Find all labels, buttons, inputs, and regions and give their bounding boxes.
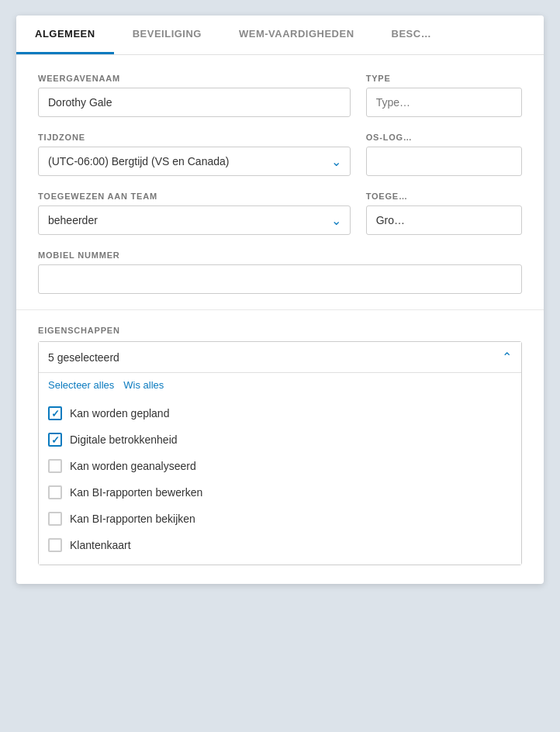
section-divider [16,309,544,310]
label-mobiel: MOBIEL NUMMER [38,250,522,260]
row-tijdzone: TIJDZONE (UTC-06:00) Bergtijd (VS en Can… [38,133,522,176]
checkbox-label: Digitale betrokkenheid [70,433,178,446]
tab-beschrijving[interactable]: BESC… [373,16,451,54]
dropdown-body: Selecteer alles Wis alles Kan worden gep… [39,372,521,565]
checkbox-kan-gepland[interactable] [48,406,62,420]
input-type[interactable] [366,88,522,117]
label-toegev: TOEGE… [366,192,522,201]
checkbox-label: Kan BI-rapporten bekijken [70,513,195,525]
label-tijdzone: TIJDZONE [38,133,351,142]
input-toegev[interactable] [366,205,522,235]
label-weergavenaam: WEERGAVENAAM [38,74,351,83]
checkbox-label: Kan worden gepland [70,407,169,420]
tab-wem-vaardigheden[interactable]: WEM-VAARDIGHEDEN [220,16,373,54]
list-item[interactable]: Kan BI-rapporten bewerken [39,479,521,506]
selected-count: 5 geselecteerd [48,351,119,364]
select-wrapper-tijdzone: (UTC-06:00) Bergtijd (VS en Canada) ⌄ [38,147,351,176]
checkbox-bi-bekijken[interactable] [48,512,62,526]
list-item[interactable]: Klantenkaart [39,532,521,558]
label-team: TOEGEWEZEN AAN TEAM [38,192,351,201]
checkbox-label: Klantenkaart [70,539,131,551]
dropdown-actions: Selecteer alles Wis alles [39,373,521,397]
checkbox-label: Kan worden geanalyseerd [70,460,196,472]
group-mobiel: MOBIEL NUMMER [38,250,522,294]
row-mobiel: MOBIEL NUMMER [38,250,522,294]
form-content: WEERGAVENAAM TYPE TIJDZONE (UTC-06:00) B… [16,55,544,584]
row-team: TOEGEWEZEN AAN TEAM beheerder ⌄ TOEGE… [38,192,522,235]
group-tijdzone: TIJDZONE (UTC-06:00) Bergtijd (VS en Can… [38,133,351,176]
tab-bar: ALGEMEEN BEVEILIGING WEM-VAARDIGHEDEN BE… [16,16,544,55]
label-oslogin: OS-LOG… [366,133,522,142]
label-eigenschappen: EIGENSCHAPPEN [38,326,522,335]
group-team: TOEGEWEZEN AAN TEAM beheerder ⌄ [38,192,351,235]
group-weergavenaam: WEERGAVENAAM [38,74,351,117]
checkbox-digitale[interactable] [48,433,62,447]
tab-beveiliging[interactable]: BEVEILIGING [114,16,220,54]
checkbox-label: Kan BI-rapporten bewerken [70,486,202,499]
dropdown-header[interactable]: 5 geselecteerd ⌃ [39,342,521,372]
row-weergavenaam: WEERGAVENAAM TYPE [38,74,522,117]
eigenschappen-dropdown: 5 geselecteerd ⌃ Selecteer alles Wis all… [38,341,522,565]
checkbox-bi-bewerken[interactable] [48,485,62,499]
list-item[interactable]: Kan worden gepland [39,400,521,426]
input-oslogin[interactable] [366,147,522,176]
chevron-up-icon: ⌃ [502,350,512,364]
group-type: TYPE [366,74,522,117]
select-all-link[interactable]: Selecteer alles [48,379,114,391]
select-team[interactable]: beheerder [38,205,351,235]
tab-algemeen[interactable]: ALGEMEEN [16,16,114,54]
list-item[interactable]: Kan worden geanalyseerd [39,453,521,479]
group-toegev: TOEGE… [366,192,522,235]
checkbox-geanalyseerd[interactable] [48,459,62,473]
group-oslogin: OS-LOG… [366,133,522,176]
list-item[interactable]: Digitale betrokkenheid [39,426,521,453]
clear-all-link[interactable]: Wis alles [123,379,164,391]
main-card: ALGEMEEN BEVEILIGING WEM-VAARDIGHEDEN BE… [16,16,544,584]
input-mobiel[interactable] [38,264,522,294]
checkbox-klantenkaart[interactable] [48,538,62,552]
label-type: TYPE [366,74,522,83]
input-weergavenaam[interactable] [38,88,351,117]
checkbox-list: Kan worden gepland Digitale betrokkenhei… [39,397,521,565]
list-item[interactable]: Kan BI-rapporten bekijken [39,506,521,532]
select-tijdzone[interactable]: (UTC-06:00) Bergtijd (VS en Canada) [38,147,351,176]
select-wrapper-team: beheerder ⌄ [38,205,351,235]
